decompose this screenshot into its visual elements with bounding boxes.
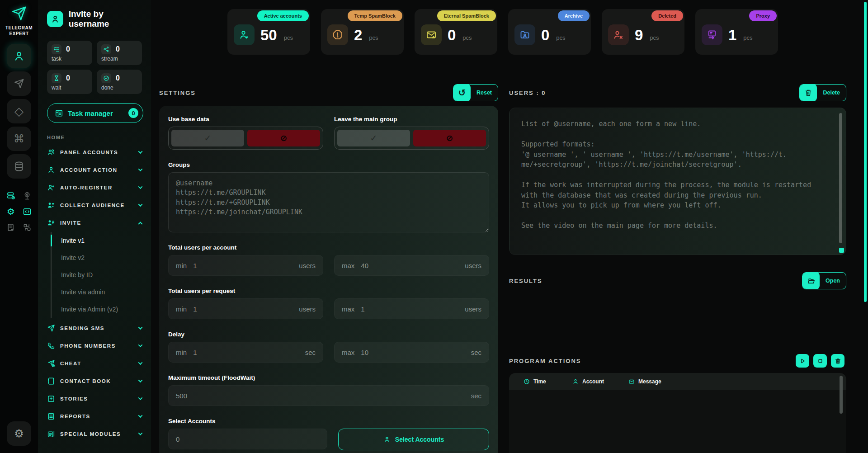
- chevron-down-icon: [138, 360, 143, 365]
- start-button[interactable]: [796, 354, 809, 368]
- groups-label: Groups: [168, 161, 489, 168]
- icon-rail: TELEGRAMEXPERT ◇ ⌘ ⚙ ⚙: [0, 0, 38, 453]
- report-document-icon: [47, 412, 55, 420]
- submenu-item-invite-v2[interactable]: Invite v2: [61, 249, 146, 266]
- sidebar-item-phone-numbers[interactable]: PHONE NUMBERS: [47, 337, 146, 354]
- status-value: 9: [635, 28, 643, 42]
- document-check-icon[interactable]: [6, 223, 15, 232]
- status-badge: Proxy: [749, 10, 777, 21]
- max-delay-input[interactable]: max 10 sec: [334, 342, 489, 363]
- status-card-temp-spamblock[interactable]: Temp SpamBlock 2 pcs: [321, 9, 404, 55]
- program-actions-title: PROGRAM ACTIONS: [509, 358, 581, 364]
- allow-button[interactable]: ✓: [337, 130, 410, 146]
- accounts-count-input[interactable]: 0: [168, 429, 327, 449]
- stream-icon: [101, 44, 111, 54]
- deny-button[interactable]: ⊘: [247, 130, 320, 146]
- min-users-per-account-input[interactable]: min 1 users: [168, 255, 323, 276]
- sidebar-item-stories[interactable]: STORIES: [47, 390, 146, 407]
- check-circle-icon: [101, 73, 111, 83]
- rail-accounts-button[interactable]: [7, 44, 31, 68]
- status-badge: Eternal SpamBlock: [437, 10, 496, 21]
- counter-wait: 0 wait: [47, 70, 92, 94]
- sidebar-item-panel-accounts[interactable]: PANEL ACCOUNTS: [47, 143, 146, 161]
- sidebar-item-reports[interactable]: REPORTS: [47, 407, 146, 425]
- status-unit: pcs: [462, 34, 472, 41]
- submenu-item-invite-via-admin-v2[interactable]: Invite via Admin (v2): [61, 301, 146, 318]
- paper-plane-icon: [47, 324, 55, 332]
- status-card-proxy[interactable]: Proxy 1 pcs: [695, 9, 778, 55]
- sidebar-item-special-modules[interactable]: SPECIAL MODULES: [47, 425, 146, 443]
- min-users-per-request-input[interactable]: min 1 users: [168, 298, 323, 319]
- field-label: Total users per account: [168, 244, 489, 251]
- account-webcam-icon[interactable]: [23, 191, 32, 200]
- people-icon: [47, 148, 55, 156]
- command-icon: ⌘: [14, 133, 24, 144]
- page-scrollbar[interactable]: [864, 2, 867, 302]
- select-accounts-button[interactable]: Select Accounts: [338, 429, 489, 450]
- sidebar-item-auto-register[interactable]: AUTO-REGISTER: [47, 179, 146, 196]
- chevron-down-icon: [138, 167, 143, 171]
- chevron-down-icon: [138, 184, 143, 189]
- status-card-deleted[interactable]: Deleted 9 pcs: [602, 9, 684, 55]
- reset-icon: ↺: [453, 84, 471, 101]
- rail-send-button[interactable]: [7, 71, 31, 96]
- sidebar-item-cheat[interactable]: CHEAT: [47, 354, 146, 372]
- users-textarea[interactable]: [509, 108, 846, 255]
- prohibit-icon: ⊘: [446, 134, 453, 142]
- brand-name: TELEGRAMEXPERT: [5, 25, 33, 37]
- clock-icon: [524, 378, 530, 385]
- submenu-item-invite-via-admin[interactable]: Invite via admin: [61, 283, 146, 301]
- max-users-per-request-input[interactable]: max 1 users: [334, 298, 489, 319]
- floodwait-timeout-input[interactable]: 500 sec: [168, 385, 489, 406]
- gear-module-icon[interactable]: ⚙: [7, 206, 15, 217]
- min-delay-input[interactable]: min 1 sec: [168, 342, 323, 363]
- reset-button[interactable]: ↺ Reset: [453, 84, 498, 101]
- settings-panel: Use base data ✓ ⊘ Leave the main group ✓…: [159, 106, 498, 453]
- deny-button[interactable]: ⊘: [413, 130, 486, 146]
- resize-handle[interactable]: [839, 248, 844, 253]
- status-badge: Temp SpamBlock: [348, 10, 403, 21]
- chevron-down-icon: [138, 149, 143, 154]
- submenu-item-invite-by-id[interactable]: Invite by ID: [61, 266, 146, 283]
- leave-main-group-toggle: ✓ ⊘: [334, 127, 489, 150]
- status-value: 2: [354, 28, 362, 42]
- rail-commands-button[interactable]: ⌘: [7, 127, 31, 151]
- sidebar-item-contact-book[interactable]: CONTACT BOOK: [47, 372, 146, 390]
- server-check-icon[interactable]: [6, 191, 15, 200]
- users-title: USERS : 0: [509, 90, 546, 96]
- clear-log-button[interactable]: [831, 354, 844, 368]
- counter-value: 0: [66, 45, 70, 53]
- status-card-eternal-spamblock[interactable]: Eternal SpamBlock 0 pcs: [415, 9, 497, 55]
- rail-premium-button[interactable]: ◇: [7, 99, 31, 123]
- table-scrollbar[interactable]: [840, 376, 843, 414]
- groups-textarea[interactable]: [168, 172, 489, 232]
- chevron-down-icon: [138, 202, 143, 207]
- sidebar-item-sending-sms[interactable]: SENDING SMS: [47, 319, 146, 337]
- settings-title: SETTINGS: [159, 90, 196, 96]
- task-manager-button[interactable]: Task manager 0: [47, 103, 143, 123]
- sidebar-item-collect-audience[interactable]: COLLECT AUDIENCE: [47, 196, 146, 214]
- settings-gear-button[interactable]: ⚙: [7, 421, 31, 446]
- status-card-archive[interactable]: Archive 0 pcs: [508, 9, 591, 55]
- swap-boxes-icon[interactable]: [23, 223, 32, 232]
- plus-square-icon: [47, 395, 55, 403]
- check-icon: ✓: [204, 134, 212, 142]
- allow-button[interactable]: ✓: [171, 130, 244, 146]
- prohibit-icon: ⊘: [280, 134, 288, 142]
- mail-warning-icon: [421, 24, 442, 45]
- open-results-button[interactable]: Open: [802, 272, 846, 289]
- field-label: Maximum timeout (FloodWait): [168, 374, 489, 381]
- alert-octagon-icon: [327, 24, 348, 45]
- rail-database-button[interactable]: [7, 154, 31, 179]
- sidebar-item-invite[interactable]: INVITE: [47, 214, 146, 231]
- sidebar-item-account-action[interactable]: ACCOUNT ACTION: [47, 161, 146, 179]
- stop-button[interactable]: [813, 354, 827, 368]
- delete-users-button[interactable]: Delete: [799, 84, 846, 101]
- max-users-per-account-input[interactable]: max 40 users: [334, 255, 489, 276]
- users-scrollbar[interactable]: [839, 113, 842, 243]
- task-manager-badge: 0: [128, 108, 138, 118]
- task-manager-label: Task manager: [68, 109, 113, 117]
- status-card-active-accounts[interactable]: Active accounts 50 pcs: [227, 9, 310, 55]
- submenu-item-invite-v1[interactable]: Invite v1: [61, 232, 146, 249]
- code-window-icon[interactable]: [23, 207, 32, 216]
